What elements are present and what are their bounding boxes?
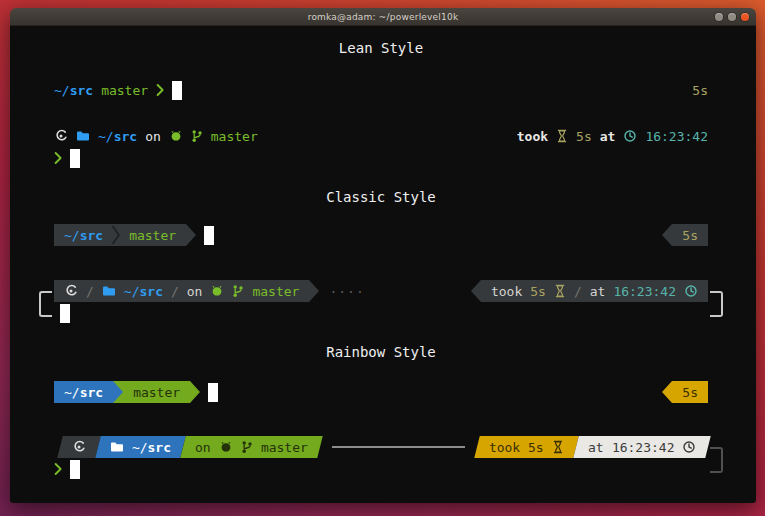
branch-name: master (101, 83, 148, 98)
at-label: at (600, 129, 616, 144)
lean-prompt-oneline: ~/src master 5s (54, 79, 708, 101)
octopus-icon (210, 285, 224, 297)
slash-separator: / (574, 284, 582, 299)
prompt-frame-left (39, 291, 52, 317)
branch-segment: on master (180, 436, 322, 458)
slash-separator: / (171, 284, 179, 299)
branch-segment: master (123, 381, 190, 403)
dir-segment: ~/src (54, 381, 113, 403)
duration-text: 5s (530, 284, 546, 299)
terminal-content[interactable]: Lean Style ~/src master 5s ~/src on mast… (10, 26, 756, 503)
time-text: 16:23:42 (645, 129, 708, 144)
duration-segment: 5s (672, 381, 708, 403)
dir-text: ~/src (98, 129, 137, 144)
os-icon (54, 129, 68, 143)
clock-icon (623, 129, 637, 143)
classic-prompt-oneline: ~/src master 5s (54, 224, 708, 246)
cursor-block (70, 460, 80, 479)
powerline-arrow (471, 280, 481, 302)
heading-classic-style: Classic Style (54, 189, 708, 206)
on-label: on (187, 284, 203, 299)
terminal-window: romka@adam: ~/powerlevel10k Lean Style ~… (10, 8, 756, 503)
duration-segment: took 5s (474, 436, 578, 458)
clock-icon (684, 284, 698, 298)
dir-text: ~/src (54, 83, 93, 98)
time-text: 16:23:42 (611, 440, 674, 455)
duration-text: 5s (576, 129, 592, 144)
powerline-arrow (190, 381, 200, 403)
branch-name: master (252, 284, 299, 299)
slash-separator: / (86, 284, 94, 299)
at-label: at (588, 440, 604, 455)
folder-icon (110, 440, 124, 454)
classic-twoline-row1: / ~/src / on master ···· took 5s (54, 280, 708, 302)
window-title: romka@adam: ~/powerlevel10k (308, 12, 459, 22)
git-branch-icon (232, 284, 244, 298)
folder-icon (76, 129, 90, 143)
close-button[interactable] (741, 13, 749, 21)
rainbow-twoline-row2 (54, 458, 708, 480)
classic-prompt-twoline: / ~/src / on master ···· took 5s (54, 280, 708, 324)
cursor-block (208, 383, 218, 402)
window-titlebar[interactable]: romka@adam: ~/powerlevel10k (10, 8, 756, 26)
time-text: 16:23:42 (613, 284, 676, 299)
on-label: on (195, 440, 211, 455)
duration-text: 5s (528, 440, 544, 455)
hourglass-icon (556, 129, 568, 143)
prompt-chevron-icon (156, 83, 164, 97)
rainbow-prompt-twoline: ~/src on master took 5s at 16:23:42 (54, 436, 708, 480)
lean-twoline-row1: ~/src on master took 5s at 16:23:42 (54, 125, 708, 147)
duration-text: 5s (682, 228, 698, 243)
os-segment (57, 436, 100, 458)
cursor-block (70, 149, 80, 168)
duration-segment: 5s (672, 224, 708, 246)
gap-dots: ···· (329, 284, 364, 299)
prompt-frame-right (710, 447, 723, 473)
prompt-chevron-icon (54, 462, 62, 476)
git-branch-icon (191, 129, 203, 143)
branch-name: master (261, 440, 308, 455)
took-label: took (517, 129, 548, 144)
clock-icon (682, 440, 696, 454)
cursor-block (204, 226, 214, 245)
heading-rainbow-style: Rainbow Style (54, 344, 708, 361)
dir-segment: ~/src (95, 436, 186, 458)
cursor-block (172, 81, 182, 100)
octopus-icon (219, 441, 233, 453)
dir-text: ~/src (64, 385, 103, 400)
dir-text: ~/src (132, 440, 171, 455)
os-icon (72, 440, 86, 454)
powerline-arrow (662, 224, 672, 246)
powerline-arrow (186, 224, 196, 246)
connector-line (332, 446, 465, 448)
dir-text: ~/src (124, 284, 163, 299)
duration-text: 5s (682, 385, 698, 400)
git-branch-icon (241, 440, 253, 454)
dir-branch-segment: ~/src master (54, 224, 186, 246)
branch-name: master (129, 228, 176, 243)
prompt-frame-right (710, 291, 723, 317)
lean-prompt-twoline: ~/src on master took 5s at 16:23:42 (54, 125, 708, 169)
segment-separator-icon (111, 224, 121, 246)
maximize-button[interactable] (728, 13, 736, 21)
at-label: at (590, 284, 606, 299)
time-segment: at 16:23:42 (573, 436, 711, 458)
hourglass-icon (552, 440, 564, 454)
hourglass-icon (554, 284, 566, 298)
on-label: on (145, 129, 161, 144)
os-icon (64, 284, 78, 298)
powerline-arrow (662, 381, 672, 403)
minimize-button[interactable] (715, 13, 723, 21)
powerline-arrow (113, 381, 123, 403)
status-segment: took 5s / at 16:23:42 (481, 280, 708, 302)
duration-text: 5s (692, 83, 708, 98)
rainbow-prompt-oneline: ~/src master 5s (54, 381, 708, 403)
prompt-chevron-icon (54, 151, 62, 165)
took-label: took (489, 440, 520, 455)
lean-twoline-row2 (54, 147, 708, 169)
folder-icon (102, 284, 116, 298)
octopus-icon (169, 130, 183, 142)
branch-name: master (211, 129, 258, 144)
branch-name: master (133, 385, 180, 400)
context-segment: / ~/src / on master (54, 280, 309, 302)
